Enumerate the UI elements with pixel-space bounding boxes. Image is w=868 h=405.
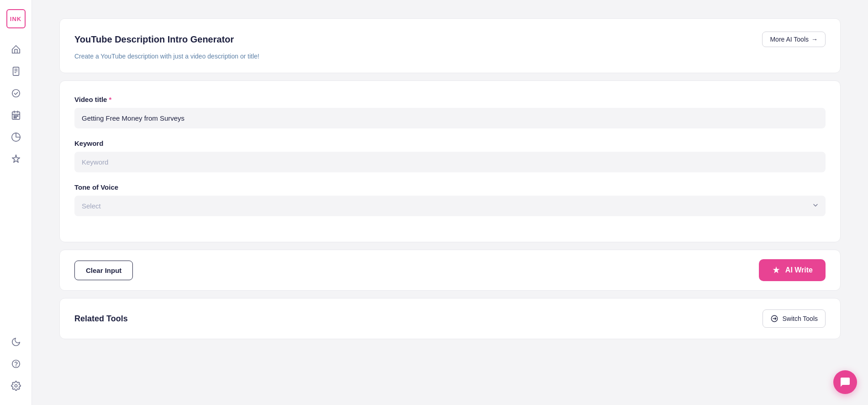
more-ai-tools-button[interactable]: More AI Tools → bbox=[762, 32, 826, 47]
svg-rect-12 bbox=[14, 117, 15, 118]
related-tools-card: Related Tools Switch Tools bbox=[59, 298, 841, 339]
video-title-field-group: Video title * bbox=[74, 96, 826, 128]
ai-write-button[interactable]: AI Write bbox=[759, 259, 826, 281]
card-header: YouTube Description Intro Generator More… bbox=[74, 32, 826, 47]
main-content: YouTube Description Intro Generator More… bbox=[32, 0, 868, 405]
svg-rect-9 bbox=[14, 116, 15, 117]
sidebar-item-calendar[interactable] bbox=[6, 105, 26, 125]
sidebar-item-home[interactable] bbox=[6, 39, 26, 59]
sidebar-top-group bbox=[6, 39, 26, 328]
logo[interactable]: INK bbox=[6, 9, 26, 28]
form-card: Video title * Keyword Tone of Voice Sele… bbox=[59, 80, 841, 242]
chat-icon bbox=[840, 377, 851, 388]
sidebar-item-help[interactable] bbox=[6, 354, 26, 374]
related-tools-title: Related Tools bbox=[74, 314, 128, 324]
sidebar-item-analytics[interactable] bbox=[6, 127, 26, 147]
required-indicator: * bbox=[109, 96, 111, 103]
tone-select[interactable]: Select Professional Casual Humorous Form… bbox=[74, 196, 826, 216]
page-title: YouTube Description Intro Generator bbox=[74, 34, 234, 45]
svg-point-15 bbox=[16, 366, 16, 366]
keyword-label: Keyword bbox=[74, 139, 826, 147]
svg-rect-13 bbox=[16, 117, 16, 118]
video-title-input[interactable] bbox=[74, 108, 826, 128]
sidebar-item-document[interactable] bbox=[6, 61, 26, 81]
sidebar-item-darkmode[interactable] bbox=[6, 332, 26, 352]
video-title-label: Video title * bbox=[74, 96, 826, 103]
page-subtitle: Create a YouTube description with just a… bbox=[74, 53, 826, 60]
sidebar-item-check[interactable] bbox=[6, 83, 26, 103]
tone-label: Tone of Voice bbox=[74, 183, 826, 191]
sidebar-item-settings[interactable] bbox=[6, 376, 26, 396]
svg-point-4 bbox=[12, 90, 20, 97]
header-card: YouTube Description Intro Generator More… bbox=[59, 18, 841, 73]
sidebar: INK bbox=[0, 0, 32, 405]
sidebar-bottom-group bbox=[6, 332, 26, 396]
keyword-field-group: Keyword bbox=[74, 139, 826, 172]
sidebar-item-ai[interactable] bbox=[6, 149, 26, 169]
clear-input-button[interactable]: Clear Input bbox=[74, 261, 133, 280]
svg-rect-11 bbox=[17, 116, 18, 117]
tone-select-wrapper: Select Professional Casual Humorous Form… bbox=[74, 196, 826, 216]
svg-rect-0 bbox=[13, 67, 19, 75]
action-card: Clear Input AI Write bbox=[59, 250, 841, 291]
ai-write-icon bbox=[772, 266, 781, 275]
tone-field-group: Tone of Voice Select Professional Casual… bbox=[74, 183, 826, 216]
switch-tools-icon bbox=[770, 314, 779, 323]
keyword-input[interactable] bbox=[74, 152, 826, 172]
chat-bubble-button[interactable] bbox=[833, 370, 857, 394]
svg-rect-10 bbox=[16, 116, 16, 117]
svg-point-16 bbox=[15, 384, 17, 387]
switch-tools-button[interactable]: Switch Tools bbox=[763, 309, 826, 328]
